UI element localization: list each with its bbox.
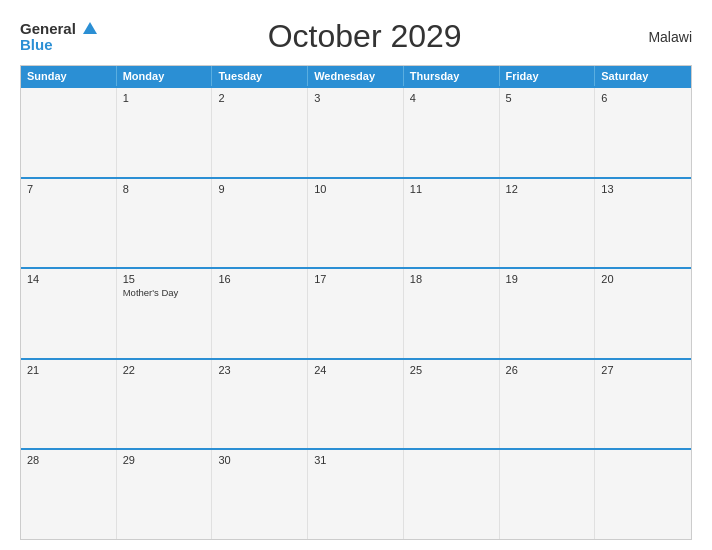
day-cell: 24	[308, 360, 404, 449]
calendar-grid: Sunday Monday Tuesday Wednesday Thursday…	[20, 65, 692, 540]
day-cell: 31	[308, 450, 404, 539]
day-cell	[21, 88, 117, 177]
header-tuesday: Tuesday	[212, 66, 308, 86]
header-monday: Monday	[117, 66, 213, 86]
logo-blue-text: Blue	[20, 36, 53, 53]
week-row-2: 7 8 9 10 11 12 13	[21, 177, 691, 268]
day-cell: 20	[595, 269, 691, 358]
week-row-3: 14 15 Mother's Day 16 17 18 19 20	[21, 267, 691, 358]
day-cell	[595, 450, 691, 539]
day-cell: 9	[212, 179, 308, 268]
calendar-page: General Blue October 2029 Malawi Sunday …	[0, 0, 712, 550]
day-cell: 29	[117, 450, 213, 539]
mothers-day-event: Mother's Day	[123, 287, 206, 298]
header-friday: Friday	[500, 66, 596, 86]
day-cell: 11	[404, 179, 500, 268]
day-cell: 19	[500, 269, 596, 358]
day-cell-15: 15 Mother's Day	[117, 269, 213, 358]
weeks-container: 1 2 3 4 5 6 7 8 9 10 11 12 13 14	[21, 86, 691, 539]
day-cell: 17	[308, 269, 404, 358]
day-cell: 3	[308, 88, 404, 177]
day-cell: 1	[117, 88, 213, 177]
day-cell: 4	[404, 88, 500, 177]
logo-triangle-icon	[83, 22, 97, 34]
day-cell: 25	[404, 360, 500, 449]
day-cell: 30	[212, 450, 308, 539]
day-cell: 28	[21, 450, 117, 539]
day-cell: 7	[21, 179, 117, 268]
day-cell	[500, 450, 596, 539]
week-row-4: 21 22 23 24 25 26 27	[21, 358, 691, 449]
header-wednesday: Wednesday	[308, 66, 404, 86]
day-cell: 27	[595, 360, 691, 449]
day-headers-row: Sunday Monday Tuesday Wednesday Thursday…	[21, 66, 691, 86]
day-cell: 21	[21, 360, 117, 449]
day-cell: 2	[212, 88, 308, 177]
week-row-1: 1 2 3 4 5 6	[21, 86, 691, 177]
day-cell: 5	[500, 88, 596, 177]
day-cell: 8	[117, 179, 213, 268]
day-cell: 14	[21, 269, 117, 358]
header-saturday: Saturday	[595, 66, 691, 86]
calendar-title: October 2029	[97, 18, 632, 55]
logo-line1: General	[20, 21, 97, 37]
logo: General Blue	[20, 21, 97, 53]
week-row-5: 28 29 30 31	[21, 448, 691, 539]
day-cell	[404, 450, 500, 539]
day-cell: 26	[500, 360, 596, 449]
day-cell: 10	[308, 179, 404, 268]
day-cell: 22	[117, 360, 213, 449]
day-cell: 12	[500, 179, 596, 268]
day-cell: 18	[404, 269, 500, 358]
country-label: Malawi	[632, 29, 692, 45]
day-cell: 16	[212, 269, 308, 358]
logo-general-text: General	[20, 20, 76, 37]
day-cell: 6	[595, 88, 691, 177]
header-thursday: Thursday	[404, 66, 500, 86]
logo-line2: Blue	[20, 37, 53, 53]
header-sunday: Sunday	[21, 66, 117, 86]
day-cell: 23	[212, 360, 308, 449]
header: General Blue October 2029 Malawi	[20, 18, 692, 55]
day-cell: 13	[595, 179, 691, 268]
